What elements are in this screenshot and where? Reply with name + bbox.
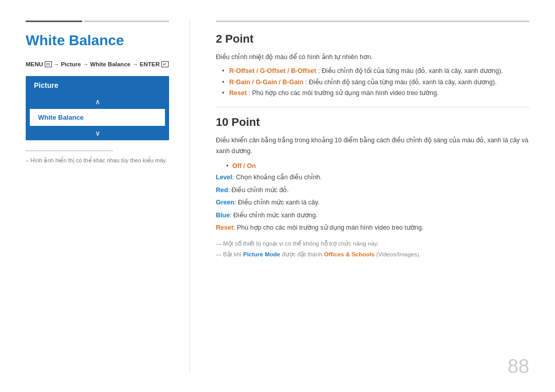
top-rule-right	[216, 21, 529, 22]
section-10point-title: 10 Point	[216, 116, 529, 129]
sub-bullet-offon: Off / On	[226, 160, 529, 172]
text-reset-2pt: : Phù hợp cho các môi trường sử dụng màn…	[249, 89, 439, 97]
text-green: : Điều chỉnh mức xanh lá cây.	[234, 199, 320, 206]
note-2-mid: được đặt thành	[280, 251, 324, 257]
text-reset: : Phù hợp cho các môi trường sử dụng màn…	[233, 224, 423, 231]
label-reset-2pt: Reset	[229, 89, 247, 97]
entry-green: Green: Điều chỉnh mức xanh lá cây.	[216, 197, 529, 209]
section-2point-title: 2 Point	[216, 32, 529, 46]
note-2: Bật khi Picture Mode được đặt thành Offi…	[216, 250, 529, 260]
arrow-up-icon: ∧	[26, 95, 169, 109]
rule-dark	[26, 21, 82, 22]
entry-blue: Blue: Điều chỉnh mức xanh dương.	[216, 210, 529, 221]
footnote: – Hình ảnh hiển thị có thể khác nhau tùy…	[26, 156, 169, 165]
entry-level: Level: Chọn khoảng cần điều chỉnh.	[216, 172, 529, 183]
text-roffset: : Điều chỉnh độ tối của từng màu (đỏ, xa…	[318, 67, 503, 74]
label-offon: Off / On	[232, 162, 256, 170]
bullet-roffset: R-Offset / G-Offset / B-Offset : Điều ch…	[224, 66, 529, 77]
left-column: White Balance MENU m → Picture → White B…	[26, 21, 190, 371]
bullet-reset-2pt: Reset : Phù hợp cho các môi trường sử dụ…	[224, 88, 529, 99]
top-rule-left	[26, 21, 169, 22]
menu-item-white-balance[interactable]: White Balance	[30, 109, 165, 126]
page-number: 88	[508, 356, 529, 378]
right-column: 2 Point Điều chỉnh nhiệt độ màu để có hì…	[216, 21, 529, 371]
label-roffset: R-Offset / G-Offset / B-Offset	[229, 67, 316, 74]
left-divider	[26, 151, 113, 151]
bullet-rgain: R-Gain / G-Gain / B-Gain : Điều chỉnh độ…	[224, 77, 529, 88]
section-2point-desc: Điều chỉnh nhiệt độ màu để có hình ảnh t…	[216, 52, 529, 63]
note-2-picturemode: Picture Mode	[243, 251, 280, 257]
label-green: Green	[216, 199, 234, 206]
note-2-prefix: Bật khi	[223, 251, 243, 257]
label-rgain: R-Gain / G-Gain / B-Gain	[229, 79, 303, 86]
picture-menu-header: Picture	[26, 76, 169, 95]
text-blue-content: : Điều chỉnh mức xanh dương.	[230, 212, 318, 219]
section-divider	[216, 107, 529, 107]
rule-light	[84, 21, 169, 22]
text-rgain: : Điều chỉnh độ sáng của từng màu (đỏ, x…	[305, 79, 496, 86]
note-2-end: (Videos/Images).	[375, 251, 421, 257]
entry-reset: Reset: Phù hợp cho các môi trường sử dụn…	[216, 222, 529, 234]
bullets-2point: R-Offset / G-Offset / B-Offset : Điều ch…	[224, 66, 529, 99]
label-level: Level	[216, 174, 232, 181]
text-level: : Chọn khoảng cần điều chỉnh.	[232, 174, 322, 181]
label-blue: Blue	[216, 212, 230, 219]
label-red: Red	[216, 186, 228, 194]
note-1: Một số thiết bị ngoại vi có thể không hỗ…	[216, 239, 529, 249]
section-10point-desc: Điều khiển cân bằng trắng trong khoảng 1…	[216, 135, 529, 157]
label-reset: Reset	[216, 224, 233, 231]
arrow-down-icon: ∨	[26, 126, 169, 140]
picture-menu-box: Picture ∧ White Balance ∨	[26, 76, 169, 140]
menu-path: MENU m → Picture → White Balance → ENTER…	[26, 60, 169, 69]
text-red: : Điều chỉnh mức đỏ.	[228, 186, 289, 194]
note-2-offices: Offices & Schools	[324, 251, 374, 257]
note-1-text: Một số thiết bị ngoại vi có thể không hỗ…	[223, 240, 379, 247]
entry-red: Red: Điều chỉnh mức đỏ.	[216, 184, 529, 196]
page-title: White Balance	[26, 32, 169, 49]
